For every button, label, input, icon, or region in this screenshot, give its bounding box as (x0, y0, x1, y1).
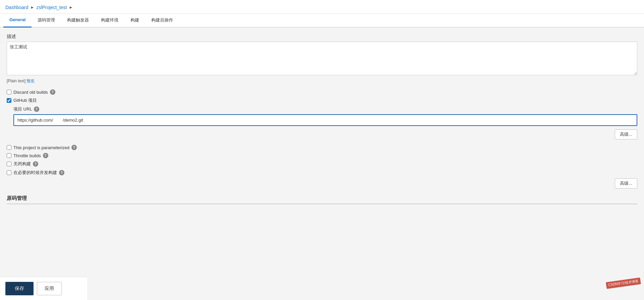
build-when-needed-checkbox[interactable] (7, 170, 11, 175)
github-project-row: GitHub 项目 (7, 97, 637, 103)
parameterized-help-icon[interactable]: ? (71, 145, 77, 150)
source-mgmt-label: 原码管理 (7, 195, 637, 204)
preview-row: [Plain text] 预览 (7, 78, 637, 84)
breadcrumb-project[interactable]: zslProject_test (36, 5, 67, 10)
tab-general[interactable]: General (3, 14, 32, 28)
desc-label: 描述 (7, 34, 637, 40)
github-project-label: GitHub 项目 (13, 97, 37, 103)
save-button[interactable]: 保存 (5, 282, 34, 294)
parameterized-checkbox[interactable] (7, 145, 11, 150)
url-input-wrap (13, 114, 637, 126)
disable-build-help-icon[interactable]: ? (33, 161, 38, 167)
breadcrumb-dashboard[interactable]: Dashboard (5, 5, 29, 10)
disable-build-label: 关闭构建 (13, 161, 31, 167)
throttle-builds-help-icon[interactable]: ? (43, 153, 48, 158)
advanced-button-1[interactable]: 高级... (615, 129, 637, 139)
project-url-label: 项目 URL ? (13, 106, 637, 112)
advanced-button-2[interactable]: 高级... (615, 178, 637, 188)
project-url-help-icon[interactable]: ? (34, 106, 39, 112)
throttle-builds-label: Throttle builds (13, 153, 41, 158)
parameterized-row: This project is parameterized ? (7, 145, 637, 150)
apply-button[interactable]: 应用 (37, 282, 62, 294)
throttle-builds-checkbox[interactable] (7, 153, 11, 158)
build-when-needed-help-icon[interactable]: ? (59, 170, 64, 175)
github-project-checkbox[interactable] (7, 98, 11, 103)
discard-old-builds-help-icon[interactable]: ? (50, 89, 55, 95)
tab-bar: General 源码管理 构建触发器 构建环境 构建 构建后操作 (0, 14, 644, 28)
tab-post[interactable]: 构建后操作 (145, 14, 179, 28)
tab-build[interactable]: 构建 (124, 14, 145, 28)
advanced-row-2: 高级... (7, 178, 637, 188)
breadcrumb-sep2: ► (69, 5, 73, 10)
preview-link[interactable]: 预览 (26, 79, 35, 83)
throttle-builds-row: Throttle builds ? (7, 153, 637, 158)
project-url-subsection: 项目 URL ? (13, 106, 637, 126)
tab-scm[interactable]: 源码管理 (32, 14, 61, 28)
preview-prefix: [Plain text] (7, 79, 25, 83)
discard-old-builds-checkbox[interactable] (7, 90, 11, 94)
build-when-needed-row: 在必要的时候并发构建 ? (7, 170, 637, 176)
tab-triggers[interactable]: 构建触发器 (61, 14, 95, 28)
project-url-input[interactable] (13, 114, 637, 126)
main-content: 描述 张工测试 [Plain text] 预览 Discard old buil… (0, 28, 644, 294)
bottom-bar: 保存 应用 (0, 277, 87, 294)
parameterized-label: This project is parameterized (13, 145, 69, 150)
breadcrumb: Dashboard ► zslProject_test ► (0, 0, 644, 14)
discard-old-builds-row: Discard old builds ? (7, 89, 637, 95)
tab-env[interactable]: 构建环境 (95, 14, 124, 28)
advanced-row-1: 高级... (7, 129, 637, 139)
desc-textarea[interactable]: 张工测试 (7, 42, 637, 75)
disable-build-checkbox[interactable] (7, 162, 11, 166)
breadcrumb-sep1: ► (31, 5, 35, 10)
disable-build-row: 关闭构建 ? (7, 161, 637, 167)
discard-old-builds-label: Discard old builds (13, 90, 48, 95)
build-when-needed-label: 在必要的时候并发构建 (13, 170, 57, 176)
